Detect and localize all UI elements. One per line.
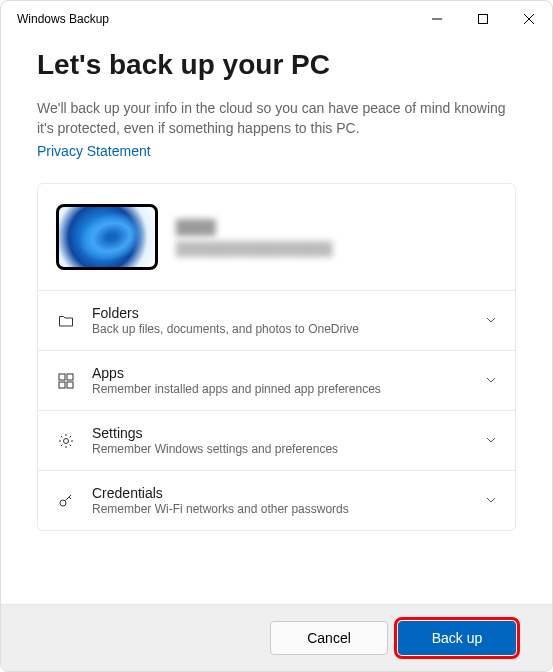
- close-button[interactable]: [506, 1, 552, 37]
- page-description: We'll back up your info in the cloud so …: [37, 99, 516, 138]
- svg-rect-1: [479, 15, 488, 24]
- profile-row: ████ █████████████████: [38, 184, 515, 291]
- row-subtitle: Remember Windows settings and preference…: [92, 442, 469, 456]
- row-text: Credentials Remember Wi-Fi networks and …: [92, 485, 469, 516]
- maximize-button[interactable]: [460, 1, 506, 37]
- privacy-link[interactable]: Privacy Statement: [37, 143, 151, 159]
- chevron-down-icon: [485, 312, 497, 330]
- row-text: Folders Back up files, documents, and ph…: [92, 305, 469, 336]
- device-thumbnail: [56, 204, 158, 270]
- chevron-down-icon: [485, 372, 497, 390]
- page-heading: Let's back up your PC: [37, 49, 516, 81]
- svg-rect-7: [67, 382, 73, 388]
- content-area: Let's back up your PC We'll back up your…: [1, 37, 552, 604]
- key-icon: [56, 491, 76, 511]
- backup-button[interactable]: Back up: [398, 621, 516, 655]
- row-subtitle: Back up files, documents, and photos to …: [92, 322, 469, 336]
- profile-name: ████: [176, 219, 497, 235]
- profile-subtitle: █████████████████: [176, 241, 497, 256]
- row-subtitle: Remember Wi-Fi networks and other passwo…: [92, 502, 469, 516]
- svg-rect-6: [59, 382, 65, 388]
- row-text: Apps Remember installed apps and pinned …: [92, 365, 469, 396]
- row-settings[interactable]: Settings Remember Windows settings and p…: [38, 411, 515, 471]
- row-subtitle: Remember installed apps and pinned app p…: [92, 382, 469, 396]
- chevron-down-icon: [485, 492, 497, 510]
- apps-icon: [56, 371, 76, 391]
- row-apps[interactable]: Apps Remember installed apps and pinned …: [38, 351, 515, 411]
- row-title: Settings: [92, 425, 469, 441]
- window-title: Windows Backup: [17, 12, 414, 26]
- profile-info: ████ █████████████████: [176, 219, 497, 256]
- row-folders[interactable]: Folders Back up files, documents, and ph…: [38, 291, 515, 351]
- row-title: Folders: [92, 305, 469, 321]
- window-controls: [414, 1, 552, 37]
- row-text: Settings Remember Windows settings and p…: [92, 425, 469, 456]
- row-title: Apps: [92, 365, 469, 381]
- row-credentials[interactable]: Credentials Remember Wi-Fi networks and …: [38, 471, 515, 530]
- minimize-button[interactable]: [414, 1, 460, 37]
- backup-card: ████ █████████████████ Folders Back up f…: [37, 183, 516, 531]
- footer: Cancel Back up: [1, 604, 552, 671]
- svg-point-9: [60, 500, 66, 506]
- svg-point-8: [64, 438, 69, 443]
- gear-icon: [56, 431, 76, 451]
- row-title: Credentials: [92, 485, 469, 501]
- svg-rect-5: [67, 374, 73, 380]
- folder-icon: [56, 311, 76, 331]
- cancel-button[interactable]: Cancel: [270, 621, 388, 655]
- titlebar: Windows Backup: [1, 1, 552, 37]
- chevron-down-icon: [485, 432, 497, 450]
- svg-rect-4: [59, 374, 65, 380]
